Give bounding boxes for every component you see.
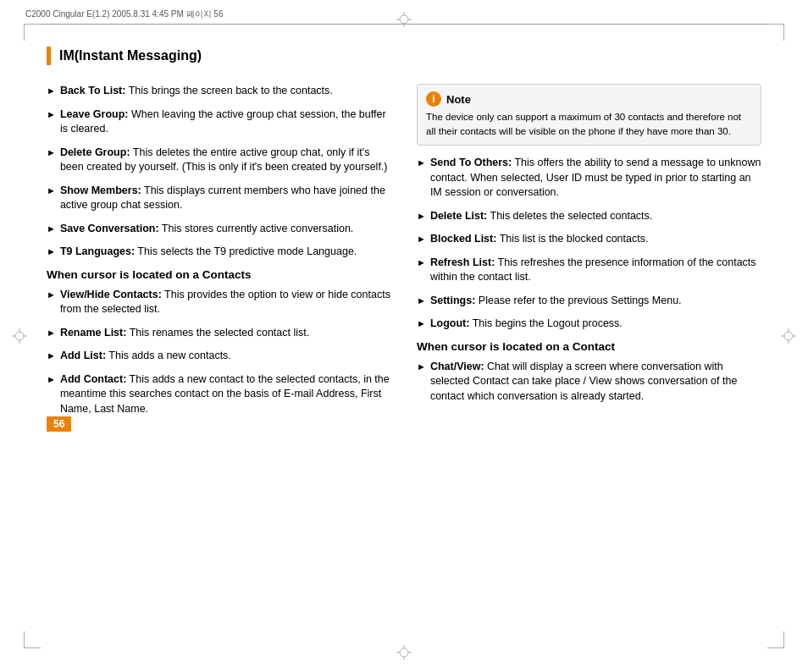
- bullet-arrow-icon: ►: [47, 223, 56, 237]
- item-add-list: Add List: This adds a new contacts.: [60, 349, 391, 364]
- label-back-to-list: Back To List:: [60, 85, 126, 96]
- left-column: ► Back To List: This brings the screen b…: [47, 84, 391, 432]
- crosshair-top: [396, 12, 412, 27]
- page-title: IM(Instant Messaging): [59, 48, 202, 63]
- item-delete-group: Delete Group: This deletes the entire ac…: [60, 146, 391, 175]
- bullet-arrow-icon: ►: [47, 245, 56, 260]
- item-view-hide: View/Hide Contacts: This provides the op…: [60, 288, 391, 317]
- item-refresh-list: Refresh List: This refreshes the presenc…: [430, 256, 761, 285]
- list-item: ► Refresh List: This refreshes the prese…: [417, 256, 761, 285]
- note-title: Note: [446, 93, 471, 106]
- item-logout: Logout: This begins the Logout process.: [430, 317, 761, 332]
- label-blocked-list: Blocked List:: [430, 233, 497, 245]
- corner-mark-bl: [24, 631, 41, 648]
- list-item: ► Blocked List: This list is the blocked…: [417, 232, 761, 247]
- item-show-members: Show Members: This displays current memb…: [60, 184, 391, 213]
- title-section: IM(Instant Messaging): [47, 47, 761, 65]
- corner-mark-br: [767, 631, 784, 648]
- list-item: ► Send To Others: This offers the abilit…: [417, 156, 761, 201]
- bullet-arrow-icon: ►: [47, 350, 56, 364]
- title-accent-bar: [47, 47, 51, 65]
- header-text: C2000 Cingular E(1.2) 2005.8.31 4:45 PM …: [25, 8, 223, 20]
- bullet-arrow-icon: ►: [47, 289, 56, 317]
- bullet-arrow-icon: ►: [417, 317, 426, 332]
- label-delete-group: Delete Group:: [60, 146, 130, 158]
- list-item: ► Settings: Please refer to the previous…: [417, 294, 761, 309]
- page: C2000 Cingular E(1.2) 2005.8.31 4:45 PM …: [0, 0, 808, 672]
- item-back-to-list: Back To List: This brings the screen bac…: [60, 84, 391, 99]
- svg-point-10: [15, 332, 24, 340]
- svg-point-5: [400, 648, 408, 657]
- list-item: ► Add Contact: This adds a new contact t…: [47, 372, 391, 417]
- label-show-members: Show Members:: [60, 185, 141, 196]
- item-settings: Settings: Please refer to the previous S…: [430, 294, 761, 309]
- bullet-arrow-icon: ►: [47, 85, 56, 99]
- bullet-arrow-icon: ►: [417, 233, 426, 247]
- list-item: ► Save Conversation: This stores current…: [47, 222, 391, 237]
- label-chat-view: Chat/View:: [430, 361, 484, 372]
- item-add-contact: Add Contact: This adds a new contact to …: [60, 372, 391, 417]
- label-refresh-list: Refresh List:: [430, 256, 495, 268]
- list-item: ► View/Hide Contacts: This provides the …: [47, 288, 391, 317]
- corner-mark-tr: [767, 24, 784, 41]
- note-icon: i: [426, 91, 441, 107]
- list-item: ► Chat/View: Chat will display a screen …: [417, 360, 761, 405]
- item-blocked-list: Blocked List: This list is the blocked c…: [430, 232, 761, 247]
- main-content: IM(Instant Messaging) ► Back To List: Th…: [47, 47, 761, 625]
- section1-heading: When cursor is located on a Contacts: [47, 268, 391, 281]
- section2-heading: When cursor is located on a Contact: [417, 340, 761, 353]
- page-number-badge: 56: [47, 416, 71, 432]
- right-column: i Note The device only can support a max…: [417, 84, 761, 432]
- label-logout: Logout:: [430, 317, 470, 329]
- label-leave-group: Leave Group:: [60, 108, 129, 120]
- bullet-arrow-icon: ►: [417, 295, 426, 309]
- item-delete-list: Delete List: This deletes the selected c…: [430, 209, 761, 224]
- label-delete-list: Delete List:: [430, 210, 487, 222]
- list-item: ► Logout: This begins the Logout process…: [417, 317, 761, 332]
- item-t9-languages: T9 Languages: This selects the T9 predic…: [60, 245, 391, 260]
- svg-point-15: [784, 332, 793, 340]
- list-item: ► T9 Languages: This selects the T9 pred…: [47, 245, 391, 260]
- item-leave-group: Leave Group: When leaving the active gro…: [60, 107, 391, 137]
- bullet-arrow-icon: ►: [417, 361, 426, 405]
- label-save-conversation: Save Conversation:: [60, 223, 159, 234]
- label-t9-languages: T9 Languages:: [60, 245, 135, 257]
- list-item: ► Leave Group: When leaving the active g…: [47, 107, 391, 137]
- bullet-arrow-icon: ►: [47, 327, 56, 341]
- list-item: ► Rename List: This renames the selected…: [47, 326, 391, 341]
- crosshair-bottom: [396, 645, 412, 660]
- label-add-contact: Add Contact:: [60, 373, 126, 385]
- label-view-hide: View/Hide Contacts:: [60, 289, 162, 300]
- bullet-arrow-icon: ►: [417, 210, 426, 224]
- corner-mark-tl: [24, 24, 41, 41]
- list-item: ► Add List: This adds a new contacts.: [47, 349, 391, 364]
- label-add-list: Add List:: [60, 350, 106, 361]
- bullet-arrow-icon: ►: [47, 373, 56, 417]
- label-settings: Settings:: [430, 295, 475, 306]
- list-item: ► Back To List: This brings the screen b…: [47, 84, 391, 99]
- svg-point-0: [400, 15, 408, 24]
- list-item: ► Delete List: This deletes the selected…: [417, 209, 761, 224]
- bullet-arrow-icon: ►: [47, 108, 56, 137]
- label-send-to-others: Send To Others:: [430, 157, 512, 168]
- list-item: ► Show Members: This displays current me…: [47, 184, 391, 213]
- two-columns: ► Back To List: This brings the screen b…: [47, 84, 761, 432]
- item-save-conversation: Save Conversation: This stores currently…: [60, 222, 391, 237]
- note-box: i Note The device only can support a max…: [417, 84, 761, 146]
- bullet-arrow-icon: ►: [47, 146, 56, 175]
- bullet-arrow-icon: ►: [417, 157, 426, 201]
- item-rename-list: Rename List: This renames the selected c…: [60, 326, 391, 341]
- note-icon-text: i: [432, 93, 434, 105]
- item-send-to-others: Send To Others: This offers the ability …: [430, 156, 761, 201]
- bullet-arrow-icon: ►: [47, 185, 56, 213]
- crosshair-left: [12, 328, 27, 344]
- note-header: i Note: [426, 91, 752, 107]
- crosshair-right: [781, 328, 796, 344]
- label-rename-list: Rename List:: [60, 327, 127, 339]
- list-item: ► Delete Group: This deletes the entire …: [47, 146, 391, 175]
- note-text: The device only can support a maximum of…: [426, 110, 752, 138]
- item-chat-view: Chat/View: Chat will display a screen wh…: [430, 360, 761, 405]
- bullet-arrow-icon: ►: [417, 256, 426, 285]
